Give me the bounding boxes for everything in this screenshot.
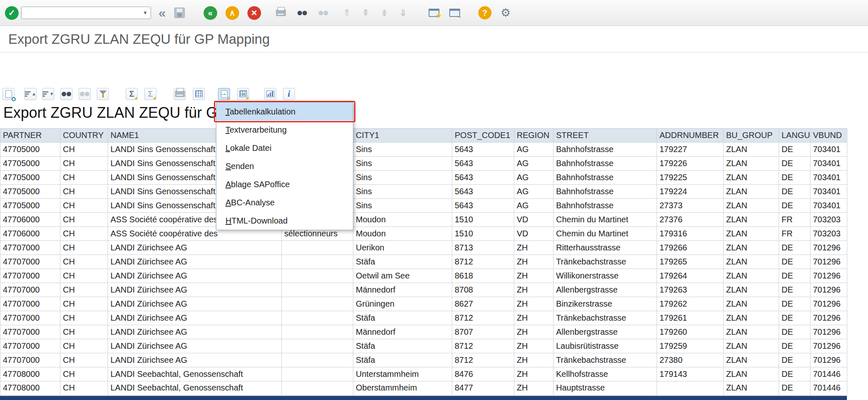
- cancel-button[interactable]: ×: [247, 6, 261, 20]
- table-row[interactable]: 47707000CHLANDI Zürichsee AGStäfa8712ZHL…: [0, 339, 847, 353]
- menu-item-textverarbeitung[interactable]: Textverarbeitung: [216, 121, 353, 139]
- page-down-button[interactable]: ⇟: [380, 8, 388, 18]
- table-cell: ZLAN: [724, 213, 779, 227]
- table-cell: CH: [60, 143, 108, 157]
- menu-item-abc-analyse[interactable]: ABC-Analyse: [216, 193, 353, 212]
- enter-button[interactable]: ✓: [5, 6, 19, 20]
- table-cell: 47707000: [0, 283, 60, 297]
- page-up-button[interactable]: ⇞: [362, 8, 369, 18]
- table-cell: 179259: [657, 339, 724, 353]
- find-next-button[interactable]: [319, 11, 328, 15]
- menu-item-lokale-datei[interactable]: Lokale Datei: [216, 139, 353, 157]
- column-header-street[interactable]: STREET: [554, 129, 657, 143]
- exit-button[interactable]: ∧: [225, 6, 239, 20]
- find-icon[interactable]: [60, 88, 72, 100]
- table-cell: 703203: [810, 227, 847, 241]
- print-button[interactable]: [276, 10, 286, 16]
- table-cell: Sins: [353, 199, 452, 213]
- table-row[interactable]: 47707000CHLANDI Zürichsee AGMännedorf870…: [0, 283, 847, 297]
- table-row[interactable]: 47705000CHLANDI Sins GenossenschaftSins5…: [0, 171, 847, 185]
- column-header-partner[interactable]: PARTNER: [0, 129, 60, 143]
- export-icon[interactable]: →: [218, 88, 230, 100]
- table-cell: DE: [779, 199, 810, 213]
- table-cell: Männedorf: [353, 325, 452, 339]
- table-cell: ZLAN: [724, 199, 779, 213]
- table-row[interactable]: 47705000CHLANDI Sins GenossenschaftSins5…: [0, 143, 847, 157]
- column-header-region[interactable]: REGION: [514, 129, 554, 143]
- print-list-icon[interactable]: [174, 88, 186, 100]
- command-field-dropdown-icon[interactable]: ▼: [140, 7, 151, 19]
- table-cell: 179225: [657, 171, 724, 185]
- export-variant-icon[interactable]: →: [237, 88, 249, 100]
- table-cell: CH: [60, 283, 108, 297]
- column-header-country[interactable]: COUNTRY: [60, 129, 108, 143]
- sum-icon[interactable]: Σ: [126, 88, 138, 100]
- menu-item-ablage-sapoffice[interactable]: Ablage SAPoffice: [216, 175, 353, 193]
- command-field-wrap: ▼: [21, 7, 151, 19]
- save-button[interactable]: [174, 7, 185, 18]
- table-cell: [657, 381, 724, 395]
- table-cell: Oetwil am See: [353, 269, 452, 283]
- table-row[interactable]: 47707000CHLANDI Zürichsee AGStäfa8712ZHT…: [0, 255, 847, 269]
- find-next-icon[interactable]: [79, 88, 91, 100]
- create-shortcut-button[interactable]: →: [449, 9, 460, 17]
- column-header-vbund[interactable]: VBUND: [810, 129, 847, 143]
- column-header-post_code1[interactable]: POST_CODE1: [452, 129, 514, 143]
- table-cell: LANDI Zürichsee AG: [108, 241, 282, 255]
- column-header-addrnumber[interactable]: ADDRNUMBER: [657, 129, 724, 143]
- table-cell: 47707000: [0, 339, 60, 353]
- last-page-button[interactable]: ⇓: [399, 8, 407, 18]
- find-button[interactable]: [297, 11, 307, 15]
- table-cell: VD: [514, 213, 554, 227]
- table-cell: Oberstammheim: [353, 381, 452, 395]
- collapse-command-bar-icon[interactable]: «: [158, 7, 166, 19]
- table-row[interactable]: 47707000CHLANDI Zürichsee AGOetwil am Se…: [0, 269, 847, 283]
- filter-icon[interactable]: [97, 88, 109, 100]
- table-cell: Sins: [353, 143, 452, 157]
- back-button[interactable]: «: [204, 6, 217, 20]
- details-icon[interactable]: [2, 88, 14, 100]
- graphics-icon[interactable]: [264, 88, 276, 100]
- table-cell: ZLAN: [724, 297, 779, 311]
- command-field[interactable]: [22, 7, 140, 19]
- table-row[interactable]: 47707000CHLANDI Zürichsee AGGrüningen862…: [0, 297, 847, 311]
- table-cell: ZH: [514, 269, 554, 283]
- sort-ascending-icon[interactable]: ▲: [24, 88, 36, 100]
- sheet-glyph: [5, 90, 12, 98]
- check-icon: ✓: [8, 8, 15, 18]
- table-cell: CH: [60, 339, 108, 353]
- table-row[interactable]: 47707000CHLANDI Zürichsee AGStäfa8712ZHT…: [0, 353, 847, 367]
- table-cell: 703401: [810, 185, 847, 199]
- menu-item-tabellenkalkulation[interactable]: Tabellenkalkulation: [216, 102, 353, 121]
- column-header-langu[interactable]: LANGU: [779, 129, 810, 143]
- menu-item-senden[interactable]: Senden: [216, 157, 353, 175]
- help-button[interactable]: ?: [478, 6, 492, 19]
- table-cell: LANDI Zürichsee AG: [108, 283, 282, 297]
- table-row[interactable]: 47707000CHLANDI Zürichsee AGUerikon8713Z…: [0, 241, 847, 255]
- table-row[interactable]: 47705000CHLANDI Sins GenossenschaftSins5…: [0, 199, 847, 213]
- table-cell: 701296: [810, 269, 847, 283]
- table-row[interactable]: 47708000CHLANDI Seebachtal, Genossenscha…: [0, 367, 847, 381]
- sort-descending-icon[interactable]: ▼: [42, 88, 54, 100]
- table-row[interactable]: 47707000CHLANDI Zürichsee AGStäfa8712ZHT…: [0, 311, 847, 325]
- table-row[interactable]: 47707000CHLANDI Zürichsee AGMännedorf870…: [0, 325, 847, 339]
- new-session-button[interactable]: ★: [429, 9, 439, 17]
- column-header-city1[interactable]: CITY1: [353, 129, 452, 143]
- table-cell: 8712: [452, 353, 514, 367]
- table-row[interactable]: 47706000CHASS Société coopérative dessél…: [0, 227, 847, 241]
- subtotal-icon[interactable]: Σ: [144, 88, 156, 100]
- menu-item-html-download[interactable]: HTML-Download: [216, 212, 353, 230]
- customize-layout-gear-icon[interactable]: ⚙: [501, 7, 511, 19]
- bar-chart-icon: [266, 90, 274, 97]
- table-row[interactable]: 47706000CHASS Société coopérative dessél…: [0, 213, 847, 227]
- table-row[interactable]: 47705000CHLANDI Sins GenossenschaftSins5…: [0, 185, 847, 199]
- info-icon[interactable]: i: [283, 88, 295, 100]
- binoculars-disabled-icon: [80, 92, 89, 96]
- print-preview-icon[interactable]: [193, 88, 205, 100]
- table-cell: Stäfa: [353, 339, 452, 353]
- table-cell: 5643: [452, 199, 514, 213]
- first-page-button[interactable]: ⇑: [343, 8, 351, 18]
- table-row[interactable]: 47708000CHLANDI Seebachtal, Genossenscha…: [0, 381, 847, 395]
- column-header-bu_group[interactable]: BU_GROUP: [724, 129, 779, 143]
- table-row[interactable]: 47705000CHLANDI Sins GenossenschaftSins5…: [0, 157, 847, 171]
